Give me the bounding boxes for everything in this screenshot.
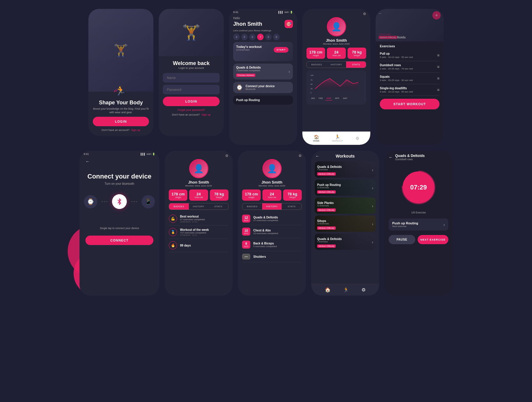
month-may[interactable]: MAY xyxy=(342,96,349,100)
back-arrow-s6[interactable]: ← xyxy=(85,159,90,164)
prev-workout-card: Quads & Deltoids 7 Exercises completed P… xyxy=(233,64,293,80)
workout-item-4[interactable]: Situps 13 Exercises Medium Difficulty › xyxy=(315,215,376,232)
workouts-title: Workouts xyxy=(336,154,355,158)
signup-link-s2[interactable]: Sign up xyxy=(202,113,211,116)
month-jan[interactable]: JAN xyxy=(309,96,316,100)
tab-history-s4[interactable]: HISTORY xyxy=(327,61,346,68)
height-stat: 178 cm Height xyxy=(306,48,325,59)
nav-home[interactable]: 🏠 HOME xyxy=(313,134,319,142)
height-stat-s7: 178 cm Height xyxy=(169,189,187,201)
day-8[interactable]: 8 xyxy=(265,34,272,40)
tab-stats-s7[interactable]: STATS xyxy=(208,203,228,210)
workout-item-3[interactable]: Side Planks 12 Exercises Medium Difficul… xyxy=(315,197,376,214)
workout-item-1[interactable]: Quads & Deltoids 7 Exercises Medium Diff… xyxy=(315,161,376,178)
pushup-card: Push up Routing xyxy=(233,95,293,105)
nav-bar-s4: 🏠 HOME 🏃 WORKOUT ⚙ xyxy=(302,132,370,145)
start-button-s3[interactable]: START xyxy=(274,47,288,53)
member-since-s4: Member since June 2020 xyxy=(306,43,366,45)
workout-subtitle-s10: Dumbbell rows xyxy=(395,158,425,161)
svg-text:0: 0 xyxy=(311,92,312,94)
welcome-title: Welcome back xyxy=(163,60,220,67)
back-arrow-s9[interactable]: ← xyxy=(315,154,319,158)
settings-icon-s7[interactable]: ⚙ xyxy=(225,154,228,158)
exercise-dumbbell: Dumbbell rows 2 sets · 29-35 reps · 70 s… xyxy=(380,61,439,73)
month-mar[interactable]: MAR xyxy=(325,96,333,100)
login-button-s1[interactable]: LOGIN xyxy=(93,117,149,126)
tab-badges-s8[interactable]: BADGES xyxy=(242,203,262,210)
watch-icon: ⌚ xyxy=(236,84,243,91)
tab-stats-s4[interactable]: STATS xyxy=(346,61,366,68)
badge-title-3: 99 days xyxy=(180,244,228,247)
menu-icon-2: ≡ xyxy=(437,64,439,69)
workout-item-5[interactable]: Quads & Deltoids 7 Exercises Medium Diff… xyxy=(315,234,376,250)
screen-workouts-list: ← Workouts Quads & Deltoids 7 Exercises … xyxy=(311,151,379,296)
day-7[interactable]: 7 xyxy=(257,34,264,40)
badge-detail-1: 27 exercises completed xyxy=(180,218,228,221)
connect-btn[interactable]: CONNECT xyxy=(85,236,153,245)
workout-item-2[interactable]: Push up Routing 12 Exercises Medium Diff… xyxy=(315,179,376,196)
connect-title-s6: Connect your device xyxy=(85,173,153,180)
date-box-4: — xyxy=(242,254,250,260)
connect-subtitle-s3: Bluetooth xyxy=(246,88,275,90)
date-box-1: 12 AUG xyxy=(242,215,250,223)
screen-profile-history: ⚙ 👤 Jhon Smith Member since June 2020 17… xyxy=(238,151,306,296)
screen-shape-body: 🏋️ 🏃 Shape Your Body Boost your knowledg… xyxy=(88,9,153,136)
date-box-2: 10 AUG xyxy=(242,228,250,236)
progress-label: 1/8 Exercise xyxy=(385,211,452,214)
settings-icon-s4[interactable]: ⚙ xyxy=(363,12,366,16)
name-input[interactable] xyxy=(163,73,220,82)
day-9[interactable]: 9 xyxy=(273,34,280,40)
tab-history-s8[interactable]: HISTORY xyxy=(262,203,282,210)
month-feb[interactable]: FEB xyxy=(317,96,324,100)
badge-workout-week: 🏅 Workout of the week 727 exercises comp… xyxy=(169,226,228,239)
settings-icon-s8[interactable]: ⚙ xyxy=(299,154,302,158)
history-title-4: Shulders xyxy=(253,255,302,258)
screen-connect-device: 9:41 ▌▌▌WiFi🔋 ← Connect your device Turn… xyxy=(80,151,159,296)
next-exercise-btn[interactable]: NEXT EXERCISE xyxy=(418,235,448,244)
connect-device-card[interactable]: ⌚ Connect your device Bluetooth xyxy=(233,82,293,93)
back-arrow-s10[interactable]: ← xyxy=(389,155,393,160)
avatar-s3: 🎯 xyxy=(285,20,293,28)
screen-welcome-back: 🏋️ Welcome back Login to your account LO… xyxy=(159,9,224,136)
history-detail-2: 10 exercises completed xyxy=(253,232,302,235)
tab-badges-s7[interactable]: BADGES xyxy=(169,203,189,210)
svg-text:50: 50 xyxy=(311,83,313,85)
add-exercise-btn[interactable]: + xyxy=(432,11,441,20)
username-s4: Jhon Smith xyxy=(306,38,366,43)
tab-history-s7[interactable]: HISTORY xyxy=(189,203,209,210)
tab-badges-s4[interactable]: BADGES xyxy=(307,61,327,68)
day-5[interactable]: 5 xyxy=(241,34,248,40)
next-exercise-title: Push up Routing xyxy=(392,221,418,225)
month-apr[interactable]: APR xyxy=(333,96,340,100)
password-input[interactable] xyxy=(163,85,220,94)
badge-title-2: Workout of the week xyxy=(180,228,228,231)
nav-workout-s4[interactable]: 🏃 WORKOUT xyxy=(332,134,343,142)
nav-settings-s4[interactable]: ⚙ xyxy=(356,136,359,141)
history-title-1: Quads & Deltoids xyxy=(253,216,302,219)
day-6[interactable]: 6 xyxy=(249,34,256,40)
arrow-icon-3: › xyxy=(372,204,373,208)
badge-icon-2: 🏅 xyxy=(169,228,177,236)
arrow-icon-5: › xyxy=(372,240,373,244)
login-button-s2[interactable]: LOGIN xyxy=(163,97,220,106)
tab-stats-s8[interactable]: STATS xyxy=(282,203,301,210)
badge-date-2: 07/08/2020 · 12:11 xyxy=(180,234,228,236)
nav-settings-s9[interactable]: ⚙ xyxy=(361,287,366,293)
nav-workout-s9[interactable]: 🏃 xyxy=(343,287,349,293)
badge-best-workout: 💪 Best workout 27 exercises completed 10… xyxy=(169,212,228,226)
workout-title-s10: Quads & Deltoids xyxy=(395,154,425,158)
day-4[interactable]: 4 xyxy=(233,34,240,40)
nav-home-s9[interactable]: 🏠 xyxy=(325,287,331,293)
back-arrow-s5[interactable]: ← xyxy=(379,11,382,15)
no-account-s2: Don't have an account? xyxy=(172,113,200,116)
svg-marker-8 xyxy=(315,79,358,93)
status-bar-s6: 9:41 ▌▌▌WiFi🔋 xyxy=(80,151,159,156)
date-box-3: 8 AUG xyxy=(242,241,250,249)
forgot-password[interactable]: Forgot your password? xyxy=(163,108,220,111)
today-workout-card: Today's workout 12 Exercises START xyxy=(233,42,293,61)
greeting-s3: Hello xyxy=(233,17,293,20)
start-workout-btn[interactable]: START WORKOUT xyxy=(380,99,439,109)
signup-link-s1[interactable]: Sign up xyxy=(131,129,140,132)
pushup-title: Push up Routing xyxy=(236,98,260,102)
pause-btn[interactable]: PAUSE xyxy=(389,235,415,244)
